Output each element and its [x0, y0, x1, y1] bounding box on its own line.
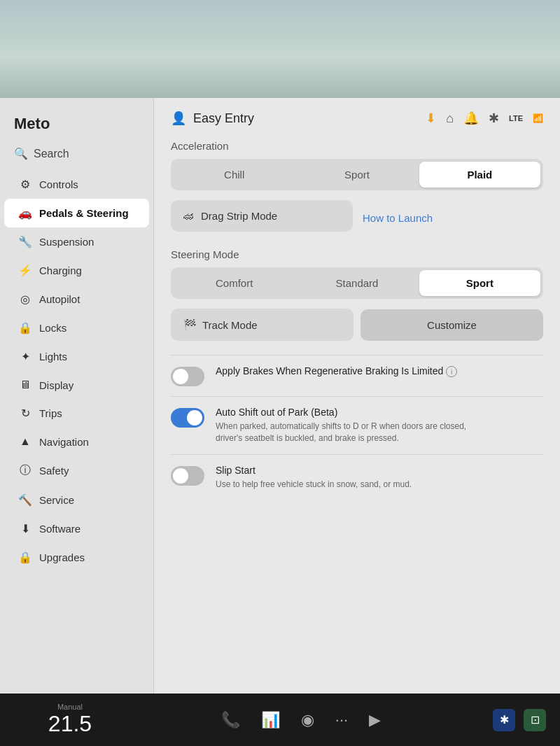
sidebar-nav: ⚙ Controls 🚗 Pedals & Steering 🔧 Suspens…: [0, 170, 153, 572]
toggle-title-regen-brakes: Apply Brakes When Regenerative Braking I…: [216, 365, 457, 377]
toggle-desc-slip-start: Use to help free vehicle stuck in snow, …: [216, 479, 412, 491]
sidebar-icon-navigation: ▲: [18, 435, 32, 448]
toggle-text-auto-shift: Auto Shift out of Park (Beta)When parked…: [216, 407, 468, 444]
sidebar-item-upgrades[interactable]: 🔒 Upgrades: [4, 543, 149, 572]
toggle-row-slip-start: Slip StartUse to help free vehicle stuck…: [171, 454, 543, 500]
sidebar-item-suspension[interactable]: 🔧 Suspension: [4, 227, 149, 256]
bluetooth-icon[interactable]: ✱: [489, 111, 499, 126]
camera-icon[interactable]: ◉: [301, 711, 314, 729]
steering-group: ComfortStandardSport: [171, 267, 543, 299]
sidebar-icon-autopilot: ◎: [18, 293, 32, 306]
sidebar-icon-service: 🔨: [18, 493, 32, 507]
accel-plaid-button[interactable]: Plaid: [419, 162, 540, 188]
steering-sport-button[interactable]: Sport: [419, 270, 540, 296]
acceleration-label: Acceleration: [171, 140, 543, 152]
search-icon: 🔍: [14, 147, 28, 160]
steering-standard-button[interactable]: Standard: [296, 270, 417, 296]
sidebar-item-safety[interactable]: ⓘ Safety: [4, 456, 149, 486]
accel-sport-button[interactable]: Sport: [296, 162, 417, 188]
sidebar-label-autopilot: Autopilot: [39, 293, 80, 305]
sidebar-item-software[interactable]: ⬇ Software: [4, 514, 149, 543]
sidebar-item-locks[interactable]: 🔒 Locks: [4, 314, 149, 342]
toggle-switch-slip-start[interactable]: [171, 466, 204, 486]
search-item[interactable]: 🔍 Search: [0, 141, 153, 170]
taskbar-center: 📞 📊 ◉ ··· ▶: [140, 711, 462, 729]
sidebar-icon-upgrades: 🔒: [18, 551, 32, 564]
toggles-section: Apply Brakes When Regenerative Braking I…: [171, 355, 543, 500]
sidebar-item-charging[interactable]: ⚡ Charging: [4, 256, 149, 285]
sidebar-item-autopilot[interactable]: ◎ Autopilot: [4, 285, 149, 314]
person-icon: 👤: [171, 111, 186, 126]
home-icon[interactable]: ⌂: [446, 111, 454, 126]
main-content: 👤 Easy Entry ⬇ ⌂ 🔔 ✱ LTE 📶 Acceleration …: [154, 98, 560, 700]
toggle-text-regen-brakes: Apply Brakes When Regenerative Braking I…: [216, 365, 457, 380]
sidebar-label-charging: Charging: [39, 265, 82, 276]
toggle-switch-auto-shift[interactable]: [171, 408, 204, 428]
sidebar-label-software: Software: [39, 523, 80, 535]
phone-icon[interactable]: 📞: [221, 711, 240, 729]
signal-bars: 📶: [533, 113, 543, 123]
brand-title: Meto: [0, 109, 153, 141]
sidebar-icon-suspension: 🔧: [18, 235, 32, 248]
how-to-launch-link[interactable]: How to Launch: [363, 212, 433, 224]
drag-strip-row: 🏎 Drag Strip Mode How to Launch: [171, 200, 543, 236]
audio-icon[interactable]: 📊: [261, 711, 280, 729]
steering-comfort-button[interactable]: Comfort: [174, 270, 295, 296]
sidebar-item-controls[interactable]: ⚙ Controls: [4, 170, 149, 199]
sidebar-item-pedals[interactable]: 🚗 Pedals & Steering: [4, 199, 149, 227]
track-mode-button[interactable]: 🏁 Track Mode: [171, 309, 354, 341]
media-icon[interactable]: ▶: [369, 711, 381, 729]
taskbar: Manual 21.5 📞 📊 ◉ ··· ▶ ✱ ⊡: [0, 694, 560, 746]
search-label: Search: [34, 148, 69, 160]
sidebar-item-trips[interactable]: ↻ Trips: [4, 399, 149, 428]
sidebar-label-pedals: Pedals & Steering: [39, 207, 129, 219]
info-icon-regen-brakes[interactable]: i: [446, 366, 457, 377]
sidebar-label-suspension: Suspension: [39, 236, 94, 248]
speed-label: Manual: [14, 703, 126, 711]
sidebar-icon-controls: ⚙: [18, 178, 32, 191]
sidebar-icon-charging: ⚡: [18, 264, 32, 277]
more-icon[interactable]: ···: [335, 711, 348, 729]
sidebar-label-lights: Lights: [39, 351, 67, 363]
sidebar-label-service: Service: [39, 494, 74, 506]
bluetooth-taskbar-icon[interactable]: ✱: [493, 709, 515, 731]
customize-button[interactable]: Customize: [360, 309, 543, 341]
bell-icon[interactable]: 🔔: [463, 111, 479, 126]
header-icons-row: ⬇ ⌂ 🔔 ✱ LTE 📶: [426, 111, 543, 126]
track-mode-row: 🏁 Track Mode Customize: [171, 309, 543, 341]
sidebar-item-navigation[interactable]: ▲ Navigation: [4, 428, 149, 456]
sidebar-label-locks: Locks: [39, 322, 66, 334]
sidebar-label-upgrades: Upgrades: [39, 551, 85, 563]
sidebar-label-navigation: Navigation: [39, 436, 89, 448]
speed-value: 21.5: [14, 711, 126, 737]
sidebar-icon-software: ⬇: [18, 522, 32, 535]
sidebar-item-display[interactable]: 🖥 Display: [4, 371, 149, 399]
sidebar-icon-trips: ↻: [18, 407, 32, 420]
lte-indicator: LTE: [509, 114, 523, 122]
background-photo: [0, 0, 560, 112]
drag-strip-label: Drag Strip Mode: [201, 210, 277, 222]
toggle-text-slip-start: Slip StartUse to help free vehicle stuck…: [216, 465, 412, 491]
toggle-title-auto-shift: Auto Shift out of Park (Beta): [216, 407, 468, 418]
sidebar-label-trips: Trips: [39, 407, 62, 419]
toggle-switch-regen-brakes[interactable]: [171, 367, 204, 386]
drag-strip-button[interactable]: 🏎 Drag Strip Mode: [171, 200, 353, 232]
accel-chill-button[interactable]: Chill: [174, 162, 295, 188]
sidebar-item-service[interactable]: 🔨 Service: [4, 486, 149, 514]
sidebar-item-lights[interactable]: ✦ Lights: [4, 342, 149, 371]
flag-icon: 🏎: [183, 210, 194, 222]
grid-taskbar-icon[interactable]: ⊡: [524, 709, 546, 731]
page-header: 👤 Easy Entry ⬇ ⌂ 🔔 ✱ LTE 📶: [171, 111, 543, 126]
toggle-desc-auto-shift: When parked, automatically shifts to D o…: [216, 421, 468, 444]
sidebar-icon-locks: 🔒: [18, 321, 32, 335]
taskbar-speed-section: Manual 21.5: [0, 703, 140, 737]
sidebar-label-display: Display: [39, 379, 74, 391]
acceleration-group: ChillSportPlaid: [171, 159, 543, 190]
sidebar-icon-pedals: 🚗: [18, 206, 32, 220]
toggle-row-regen-brakes: Apply Brakes When Regenerative Braking I…: [171, 355, 543, 396]
download-icon[interactable]: ⬇: [426, 111, 436, 126]
sidebar: Meto 🔍 Search ⚙ Controls 🚗 Pedals & Stee…: [0, 98, 154, 700]
sidebar-icon-safety: ⓘ: [18, 463, 32, 478]
steering-label: Steering Mode: [171, 248, 543, 260]
taskbar-right: ✱ ⊡: [462, 709, 560, 731]
